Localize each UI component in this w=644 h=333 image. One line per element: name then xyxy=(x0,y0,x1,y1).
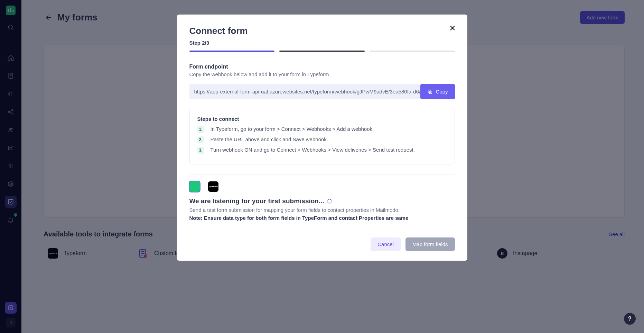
divider xyxy=(189,174,455,174)
close-icon xyxy=(448,24,457,32)
progress-step-3 xyxy=(370,51,455,52)
listening-note: Note: Ensure data type for both form fie… xyxy=(189,215,455,221)
step-text: In Typeform, go to your form > Connect >… xyxy=(211,126,374,132)
step-number: 3. xyxy=(197,147,204,154)
steps-box: Steps to connect 1. In Typeform, go to y… xyxy=(189,109,455,164)
close-button[interactable] xyxy=(447,23,458,33)
step-number: 2. xyxy=(197,136,204,143)
copy-label: Copy xyxy=(436,89,448,94)
steps-title: Steps to connect xyxy=(197,116,447,122)
copy-icon xyxy=(427,89,433,94)
progress-step-1 xyxy=(189,51,275,52)
step-text: Paste the URL above and click and Save w… xyxy=(211,136,328,142)
endpoint-subtext: Copy the webhook below and add it to you… xyxy=(189,71,455,77)
map-form-fields-button[interactable]: Map form fields xyxy=(405,237,455,251)
listening-sub: Send a test form submission for mapping … xyxy=(189,207,455,213)
integration-logos: Typeform xyxy=(189,181,455,192)
endpoint-url-field[interactable]: https://app-external-form-api-uat.azurew… xyxy=(189,84,421,99)
typeform-icon: Typeform xyxy=(208,181,218,192)
listening-title: We are listening for your first submissi… xyxy=(189,197,455,205)
listening-title-text: We are listening for your first submissi… xyxy=(189,197,324,205)
step-1: 1. In Typeform, go to your form > Connec… xyxy=(197,126,447,133)
step-number: 1. xyxy=(197,126,204,133)
help-button[interactable]: ? xyxy=(624,313,636,325)
progress-step-2 xyxy=(279,51,365,52)
copy-button[interactable]: Copy xyxy=(420,84,455,99)
modal-title: Connect form xyxy=(189,26,455,36)
step-text: Turn webhook ON and go to Connect > Webh… xyxy=(211,147,415,153)
cancel-button[interactable]: Cancel xyxy=(371,237,401,251)
modal-overlay: Connect form Step 2/3 Form endpoint Copy… xyxy=(0,0,644,333)
modal-footer: Cancel Map form fields xyxy=(189,237,455,251)
step-3: 3. Turn webhook ON and go to Connect > W… xyxy=(197,147,447,154)
mailmodo-icon xyxy=(189,181,200,192)
step-indicator: Step 2/3 xyxy=(189,40,455,46)
progress-bar xyxy=(189,51,455,52)
endpoint-heading: Form endpoint xyxy=(189,64,455,70)
loading-spinner-icon xyxy=(327,199,332,204)
connect-form-modal: Connect form Step 2/3 Form endpoint Copy… xyxy=(177,15,467,261)
step-2: 2. Paste the URL above and click and Sav… xyxy=(197,136,447,143)
